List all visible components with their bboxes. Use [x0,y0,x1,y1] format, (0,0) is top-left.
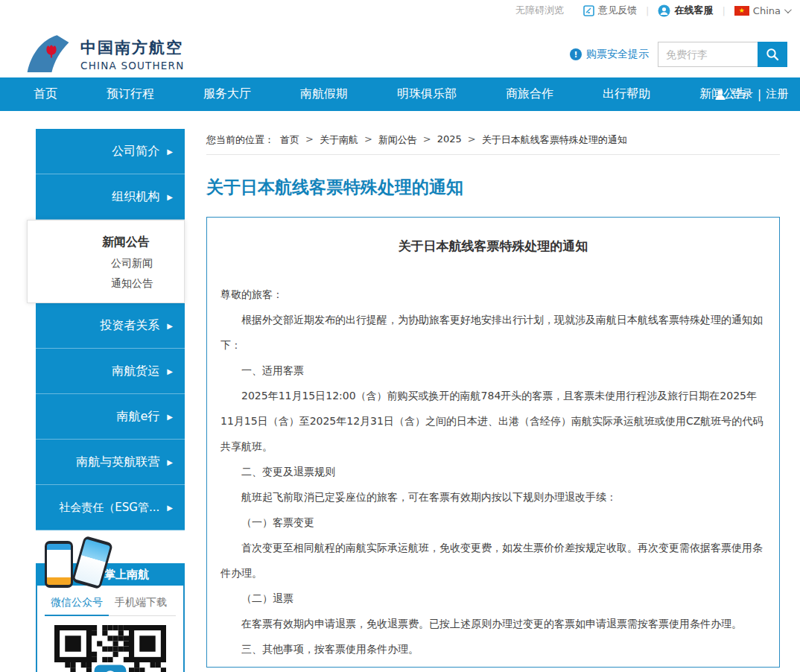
nav-item-holidays[interactable]: 南航假期 [290,86,358,102]
nav-item-booking[interactable]: 预订行程 [96,86,165,102]
search-input[interactable] [658,42,758,67]
sidebar-subitem-company-news[interactable]: 公司新闻 [28,253,184,273]
page: 无障碍浏览 意见反馈 | 在线客服 | ★ China [0,0,800,672]
wechat-qr-code [54,625,166,672]
mobile-app-box: 微信公众号 手机端下载 [36,586,185,672]
breadcrumb-about[interactable]: 关于南航 [320,133,358,147]
article-paragraph: 三、其他事项，按客票使用条件办理。 [220,636,766,662]
article-paragraph: 首次变更至相同航程的南航实际承运航班，免收变更费，如发生票价价差按规定收取。再次… [220,535,766,586]
login-divider: | [758,88,761,101]
breadcrumb-news[interactable]: 新闻公告 [378,133,417,147]
article-paragraph: 2025年11月15日12:00（含）前购买或换开的南航784开头的客票，且客票… [220,383,766,459]
sidebar-item-news[interactable]: 新闻公告 [28,231,184,253]
feedback-link[interactable]: 意见反馈 [583,4,637,17]
chevron-down-icon [784,6,792,13]
header-right: ! 购票安全提示 [570,42,787,67]
article-body: 尊敬的旅客： 根据外交部近期发布的出行提醒，为协助旅客更好地安排出行计划，现就涉… [220,282,766,662]
info-alert-icon: ! [570,48,582,60]
arrow-right-icon: ▶ [167,458,173,466]
mobile-app-tabs: 微信公众号 手机端下载 [45,593,176,616]
arrow-right-icon: ▶ [167,148,173,156]
article-paragraph: （一）客票变更 [220,510,766,535]
online-service-link[interactable]: 在线客服 [658,4,713,17]
ticket-safety-tip-link[interactable]: ! 购票安全提示 [570,48,649,61]
region-selector[interactable]: ★ China [734,5,790,16]
breadcrumb-home[interactable]: 首页 [280,133,299,147]
sidebar-expanded-news: 新闻公告 公司新闻 通知公告 [27,220,185,303]
nav-item-home[interactable]: 首页 [34,86,68,102]
notice-article: 关于日本航线客票特殊处理的通知 尊敬的旅客： 根据外交部近期发布的出行提醒，为协… [206,217,780,668]
sidebar-item-ba-joint-venture[interactable]: 南航与英航联营▶ [36,440,185,485]
divider [206,154,780,155]
phone-image-back [72,536,113,590]
article-paragraph: 二、变更及退票规则 [220,459,766,484]
phone-image-front [45,541,73,588]
article-paragraph: 根据外交部近期发布的出行提醒，为协助旅客更好地安排出行计划，现就涉及南航日本航线… [220,307,766,358]
sidebar-item-investor-relations[interactable]: 投资者关系▶ [36,303,185,349]
content-area: 您当前的位置： 首页 > 关于南航 > 新闻公告 > 2025 > 关于日本航线… [206,111,780,668]
feedback-form-icon [583,5,594,16]
main-area: 公司简介▶ 组织机构▶ 新闻公告 公司新闻 通知公告 投资者关系▶ 南航货运▶ … [0,111,800,672]
separator: | [722,5,725,16]
article-paragraph: 在客票有效期内申请退票，免收退票费。已按上述原则办理过变更的客票如申请退票需按客… [220,611,766,636]
arrow-right-icon: ▶ [167,413,173,421]
breadcrumb-prefix: 您当前的位置： [206,133,274,147]
login-area: 登录 | 注册 [714,87,788,101]
search-button[interactable] [758,42,787,67]
tail-fin-logo-icon [25,33,72,76]
arrow-right-icon: ▶ [167,322,173,330]
nav-item-business-travel[interactable]: 商旅合作 [495,86,564,102]
sidebar-item-e-travel[interactable]: 南航e行▶ [36,394,185,440]
article-paragraph: 尊敬的旅客： [220,282,766,307]
main-nav: 首页 预订行程 服务大厅 南航假期 明珠俱乐部 商旅合作 出行帮助 新闻公告 登… [0,77,800,111]
accessibility-link[interactable]: 无障碍浏览 [515,4,564,17]
search-box [658,42,787,67]
logo-name-cn: 中国南方航空 [80,37,184,58]
mobile-app-widget: 掌上南航 微信公众号 手机端下载 [36,539,185,672]
tab-wechat-official[interactable]: 微信公众号 [45,593,109,616]
tab-app-download[interactable]: 手机端下载 [109,593,173,615]
company-logo[interactable]: 中国南方航空 CHINA SOUTHERN [25,33,184,76]
sidebar: 公司简介▶ 组织机构▶ 新闻公告 公司新闻 通知公告 投资者关系▶ 南航货运▶ … [36,129,185,530]
article-title: 关于日本航线客票特殊处理的通知 [220,237,766,255]
mobile-app-phones-image [42,539,131,588]
nav-item-travel-help[interactable]: 出行帮助 [592,86,661,102]
china-flag-icon: ★ [734,6,749,16]
arrow-right-icon: ▶ [167,193,173,201]
article-paragraph: （二）退票 [220,586,766,611]
separator: | [646,5,649,16]
login-link[interactable]: 登录 [731,87,753,101]
customer-service-icon [658,4,670,17]
sidebar-item-esg[interactable]: 社会责任（ESG管...▶ [36,485,185,530]
nav-item-sky-pearl-club[interactable]: 明珠俱乐部 [387,86,467,102]
logo-text: 中国南方航空 CHINA SOUTHERN [80,37,184,72]
article-paragraph: 一、适用客票 [220,358,766,383]
page-title: 关于日本航线客票特殊处理的通知 [206,176,780,199]
nav-item-service-hall[interactable]: 服务大厅 [193,86,261,102]
sidebar-item-cargo[interactable]: 南航货运▶ [36,349,185,394]
logo-name-en: CHINA SOUTHERN [80,60,184,72]
arrow-right-icon: ▶ [167,367,173,375]
register-link[interactable]: 注册 [766,87,788,101]
sidebar-item-company-profile[interactable]: 公司简介▶ [36,129,185,174]
sidebar-subitem-notices[interactable]: 通知公告 [28,273,184,294]
article-paragraph: 航班起飞前取消已定妥座位的旅客，可在客票有效期内按以下规则办理退改手续： [220,484,766,510]
search-icon [766,48,779,61]
site-header: 中国南方航空 CHINA SOUTHERN ! 购票安全提示 [0,18,800,77]
breadcrumb-current: 关于日本航线客票特殊处理的通知 [482,133,627,147]
utility-bar: 无障碍浏览 意见反馈 | 在线客服 | ★ China [0,0,800,18]
user-icon [714,89,726,101]
sidebar-item-organization[interactable]: 组织机构▶ [36,174,185,220]
breadcrumb-2025[interactable]: 2025 [437,133,462,147]
arrow-right-icon: ▶ [167,504,173,512]
breadcrumb: 您当前的位置： 首页 > 关于南航 > 新闻公告 > 2025 > 关于日本航线… [206,133,780,147]
